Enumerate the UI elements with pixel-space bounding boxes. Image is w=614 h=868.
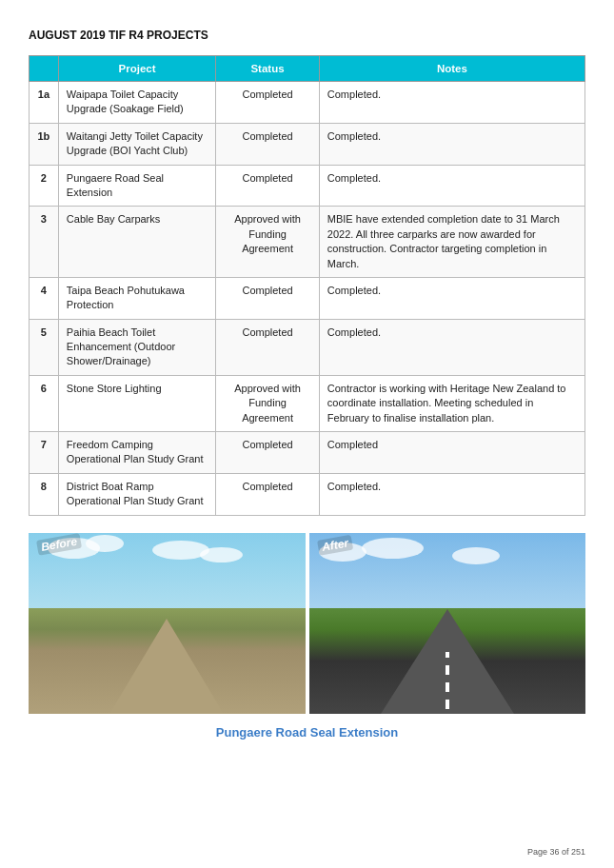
row-num: 7 xyxy=(30,432,59,474)
photo-after-container: After xyxy=(309,533,586,714)
col-header-status: Status xyxy=(216,56,320,82)
row-status: Completed xyxy=(216,123,320,165)
row-notes: Completed. xyxy=(319,473,584,515)
table-row: 4Taipa Beach Pohutukawa ProtectionComple… xyxy=(30,277,585,319)
row-num: 3 xyxy=(30,207,59,278)
row-notes: Completed. xyxy=(319,165,584,207)
table-row: 7Freedom Camping Operational Plan Study … xyxy=(30,432,585,474)
table-row: 1aWaipapa Toilet Capacity Upgrade (Soaka… xyxy=(30,82,585,124)
projects-table: Project Status Notes 1aWaipapa Toilet Ca… xyxy=(29,55,585,516)
row-notes: Completed. xyxy=(319,277,584,319)
table-row: 1bWaitangi Jetty Toilet Capacity Upgrade… xyxy=(30,123,585,165)
row-status: Completed xyxy=(216,432,320,474)
row-project: Stone Store Lighting xyxy=(58,375,215,431)
row-num: 1b xyxy=(30,123,59,165)
row-project: Paihia Beach Toilet Enhancement (Outdoor… xyxy=(58,319,215,375)
row-project: Taipa Beach Pohutukawa Protection xyxy=(58,277,215,319)
row-num: 1a xyxy=(30,82,59,124)
row-status: Completed xyxy=(216,319,320,375)
row-status: Completed xyxy=(216,473,320,515)
row-status: Approved with Funding Agreement xyxy=(216,375,320,431)
photo-caption: Pungaere Road Seal Extension xyxy=(29,725,585,740)
table-row: 8District Boat Ramp Operational Plan Stu… xyxy=(30,473,585,515)
col-header-num xyxy=(30,56,59,82)
row-status: Completed xyxy=(216,165,320,207)
row-status: Approved with Funding Agreement xyxy=(216,207,320,278)
row-num: 4 xyxy=(30,277,59,319)
row-project: Freedom Camping Operational Plan Study G… xyxy=(58,432,215,474)
row-project: District Boat Ramp Operational Plan Stud… xyxy=(58,473,215,515)
row-notes: MBIE have extended completion date to 31… xyxy=(319,207,584,278)
row-status: Completed xyxy=(216,82,320,124)
row-num: 8 xyxy=(30,473,59,515)
photo-before-container: Before xyxy=(29,533,306,714)
row-project: Pungaere Road Seal Extension xyxy=(58,165,215,207)
row-notes: Completed. xyxy=(319,319,584,375)
table-row: 2Pungaere Road Seal ExtensionCompletedCo… xyxy=(30,165,585,207)
row-notes: Completed xyxy=(319,432,584,474)
photo-section: Before After xyxy=(29,533,585,714)
row-project: Waipapa Toilet Capacity Upgrade (Soakage… xyxy=(58,82,215,124)
page-title: AUGUST 2019 TIF R4 PROJECTS xyxy=(29,29,585,42)
col-header-notes: Notes xyxy=(319,56,584,82)
row-status: Completed xyxy=(216,277,320,319)
row-num: 5 xyxy=(30,319,59,375)
row-notes: Completed. xyxy=(319,82,584,124)
table-row: 5Paihia Beach Toilet Enhancement (Outdoo… xyxy=(30,319,585,375)
row-project: Waitangi Jetty Toilet Capacity Upgrade (… xyxy=(58,123,215,165)
row-num: 6 xyxy=(30,375,59,431)
row-project: Cable Bay Carparks xyxy=(58,207,215,278)
row-notes: Completed. xyxy=(319,123,584,165)
row-num: 2 xyxy=(30,165,59,207)
col-header-project: Project xyxy=(58,56,215,82)
page-footer: Page 36 of 251 xyxy=(527,847,585,857)
table-row: 3Cable Bay CarparksApproved with Funding… xyxy=(30,207,585,278)
table-row: 6Stone Store LightingApproved with Fundi… xyxy=(30,375,585,431)
photo-after: After xyxy=(309,533,586,714)
row-notes: Contractor is working with Heritage New … xyxy=(319,375,584,431)
photo-before: Before xyxy=(29,533,306,714)
